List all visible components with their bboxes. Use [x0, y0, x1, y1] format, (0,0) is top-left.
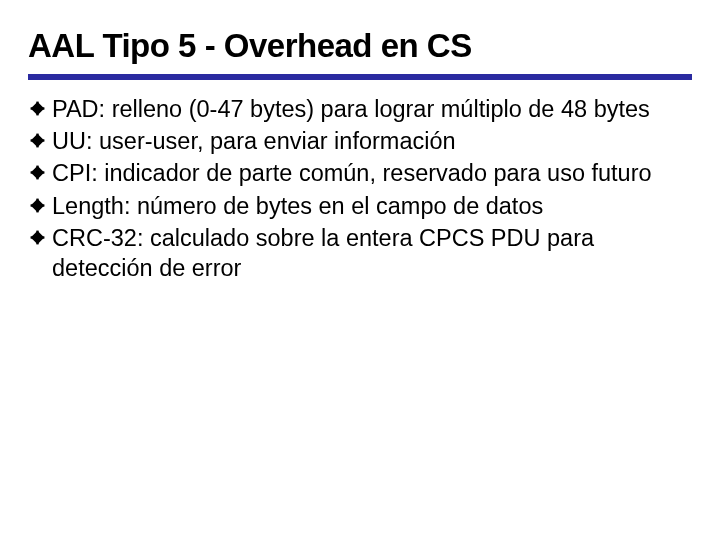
svg-rect-19	[35, 234, 41, 240]
list-item-text: Length: número de bytes en el campo de d…	[52, 191, 692, 221]
title-underline	[28, 74, 692, 80]
list-item-text: UU: user-user, para enviar información	[52, 126, 692, 156]
list-item: CPI: indicador de parte común, reservado…	[30, 158, 692, 188]
bullet-icon	[30, 223, 52, 245]
bullet-icon	[30, 191, 52, 213]
svg-rect-3	[35, 106, 41, 112]
svg-rect-7	[35, 138, 41, 144]
bullet-icon	[30, 94, 52, 116]
slide-title: AAL Tipo 5 - Overhead en CS	[28, 28, 692, 72]
bullet-icon	[30, 158, 52, 180]
bullet-list: PAD: relleno (0-47 bytes) para lograr mú…	[28, 94, 692, 282]
list-item: Length: número de bytes en el campo de d…	[30, 191, 692, 221]
list-item: CRC-32: calculado sobre la entera CPCS P…	[30, 223, 692, 283]
slide: AAL Tipo 5 - Overhead en CS PAD: relleno…	[0, 0, 720, 540]
svg-rect-15	[35, 202, 41, 208]
list-item: PAD: relleno (0-47 bytes) para lograr mú…	[30, 94, 692, 124]
list-item-text: PAD: relleno (0-47 bytes) para lograr mú…	[52, 94, 692, 124]
bullet-icon	[30, 126, 52, 148]
svg-rect-11	[35, 170, 41, 176]
list-item-text: CPI: indicador de parte común, reservado…	[52, 158, 692, 188]
list-item: UU: user-user, para enviar información	[30, 126, 692, 156]
list-item-text: CRC-32: calculado sobre la entera CPCS P…	[52, 223, 692, 283]
